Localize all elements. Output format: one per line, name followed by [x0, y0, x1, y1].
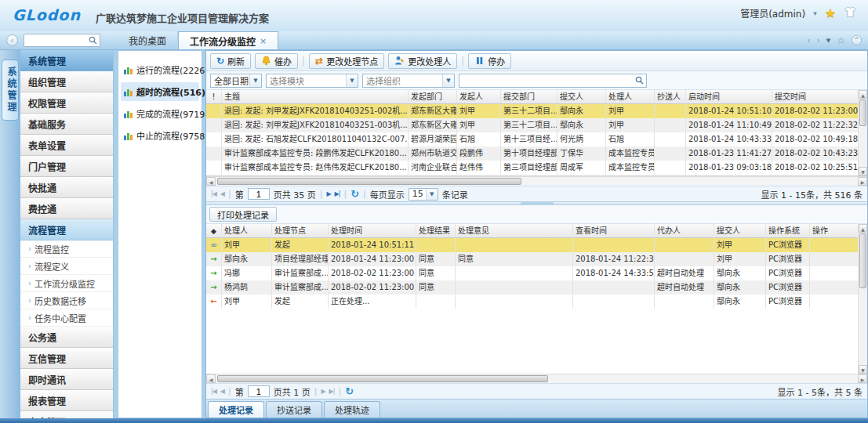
toolbar-button-催办[interactable]: 催办: [255, 53, 298, 69]
scroll-up-icon[interactable]: ▲: [859, 90, 867, 99]
sidebar-group-门户管理[interactable]: 门户管理: [20, 156, 113, 177]
column-header-发起部门[interactable]: 发起部门: [409, 90, 457, 104]
column-header-处理人[interactable]: 处理人: [606, 90, 655, 104]
next-page-icon[interactable]: ▶: [326, 190, 330, 197]
first-page-icon[interactable]: |◀: [211, 190, 216, 197]
table-row[interactable]: →鄢向永项目经理部经理2018-01-24 11:23:00同意同意2018-0…: [206, 252, 858, 266]
back-icon[interactable]: ‹: [6, 34, 18, 46]
scroll-down-icon[interactable]: ▼: [859, 167, 867, 175]
sidebar-item-工作流分级监控[interactable]: ›工作流分级监控: [20, 275, 113, 292]
workflow-grid-hscrollbar[interactable]: ◀ ▶: [206, 176, 867, 186]
scroll-right-icon[interactable]: ▶: [858, 374, 867, 383]
column-header-提交人[interactable]: 提交人: [557, 90, 606, 104]
sidebar-group-基础服务[interactable]: 基础服务: [20, 114, 113, 135]
toolbar-button-停办[interactable]: 停办: [468, 53, 511, 69]
search-icon[interactable]: [633, 76, 646, 85]
column-header-发起人[interactable]: 发起人: [457, 90, 501, 104]
column-header-代办人[interactable]: 代办人: [655, 224, 714, 238]
per-page-select[interactable]: 15 ▼: [409, 188, 438, 201]
close-tab-icon[interactable]: ×: [260, 36, 267, 46]
column-header-提交时间[interactable]: 提交时间: [772, 90, 858, 104]
sidebar-group-费控通[interactable]: 费控通: [20, 198, 113, 219]
sidebar-group-组织管理[interactable]: 组织管理: [20, 71, 113, 92]
sidebar-group-快批通[interactable]: 快批通: [20, 177, 113, 198]
column-header-处理节点[interactable]: 处理节点: [272, 224, 329, 238]
process-item-运行的流程(2226)[interactable]: 运行的流程(2226): [121, 60, 199, 79]
user-label[interactable]: 管理员(admin): [740, 6, 805, 20]
first-page-icon[interactable]: |◀: [211, 388, 216, 395]
column-header-处理结果[interactable]: 处理结果: [416, 224, 456, 238]
sidebar-item-任务中心配置[interactable]: ›任务中心配置: [20, 309, 113, 327]
table-row[interactable]: 退回: 发起: 刘甲发起JXFK201810403251-002机...郑东新区…: [206, 104, 858, 118]
sidebar-item-流程监控[interactable]: ›流程监控: [20, 240, 113, 258]
prev-page-icon[interactable]: ◀: [220, 190, 224, 197]
tab-我的桌面[interactable]: 我的桌面: [118, 31, 178, 49]
column-header-提交部门[interactable]: 提交部门: [501, 90, 557, 104]
keyword-search-input[interactable]: [459, 75, 633, 86]
process-item-超时的流程(516)[interactable]: 超时的流程(516): [121, 82, 199, 101]
scroll-down-icon[interactable]: ▼: [859, 365, 867, 374]
hscroll-thumb[interactable]: [217, 375, 548, 382]
sidebar-group-报表管理[interactable]: 报表管理: [20, 390, 113, 411]
next-page-icon[interactable]: ▶: [321, 388, 325, 395]
vertical-tab-system-management[interactable]: 系统管理: [2, 60, 19, 121]
column-header-操作[interactable]: 操作: [810, 224, 858, 238]
table-row[interactable]: 审计监察部成本监控专员: 段鹏伟发起CLFK20180...郑州市轨道交...段…: [206, 146, 858, 161]
theme-shirt-icon[interactable]: [844, 6, 857, 20]
toolbar-button-更改处理节点[interactable]: ⇄更改处理节点: [309, 53, 384, 69]
table-row[interactable]: →杨鸿鹄审计监察部成...2018-02-02 11:23:00同意超时自动处理…: [206, 280, 858, 295]
scroll-left-icon[interactable]: ◀: [206, 374, 216, 383]
toolbar-button-刷新[interactable]: ↻刷新: [210, 53, 251, 69]
column-header-启动时间[interactable]: 启动时间: [686, 90, 772, 104]
tab-工作流分级监控[interactable]: 工作流分级监控×: [178, 31, 278, 49]
record-tab-抄送记录[interactable]: 抄送记录: [266, 401, 322, 418]
page-number-input[interactable]: [248, 188, 270, 200]
favorite-outline-star-icon[interactable]: ☆: [837, 35, 845, 46]
scroll-right-icon[interactable]: ▶: [858, 177, 867, 186]
module-filter-select[interactable]: 选择模块 ▼: [266, 74, 358, 88]
scroll-left-icon[interactable]: ◀: [206, 177, 216, 186]
last-page-icon[interactable]: ▶|: [329, 388, 335, 395]
table-row[interactable]: 退回: 发起: 石旭发起CLFK2018011040132C-007...碧源月…: [206, 132, 858, 146]
user-dropdown-caret-icon[interactable]: ▾: [813, 9, 817, 17]
record-grid-vscrollbar[interactable]: ▲ ▼: [858, 224, 867, 374]
vscroll-thumb[interactable]: [859, 99, 866, 126]
priority-column-header[interactable]: ◆: [206, 224, 222, 238]
column-header-主题[interactable]: 主题: [222, 90, 409, 104]
sidebar-item-流程定义[interactable]: ›流程定义: [20, 258, 113, 275]
vscroll-thumb[interactable]: [859, 233, 866, 288]
tab-list-caret-icon[interactable]: ▼: [826, 38, 830, 44]
column-header-处理时间[interactable]: 处理时间: [329, 224, 416, 238]
scroll-tabs-right-icon[interactable]: ›: [817, 36, 820, 45]
sidebar-group-安全管理[interactable]: 安全管理: [20, 411, 113, 418]
prev-page-icon[interactable]: ◀: [220, 388, 224, 395]
sidebar-group-流程管理[interactable]: 流程管理: [20, 219, 113, 240]
search-icon[interactable]: [86, 36, 100, 45]
record-tab-处理轨迹[interactable]: 处理轨迹: [324, 401, 380, 418]
sidebar-group-即时通讯[interactable]: 即时通讯: [20, 369, 113, 390]
org-filter-select[interactable]: 选择组织 ▼: [362, 74, 455, 88]
workflow-grid-vscrollbar[interactable]: ▲ ▼: [858, 90, 867, 175]
table-row[interactable]: →冯娜审计监察部成...2018-02-02 11:23:00同意2018-01…: [206, 266, 858, 280]
scroll-tabs-left-icon[interactable]: ‹: [808, 36, 811, 45]
column-header-查看时间[interactable]: 查看时间: [573, 224, 655, 238]
process-item-完成的流程(97196)[interactable]: 完成的流程(97196): [121, 104, 199, 123]
last-page-icon[interactable]: ▶|: [335, 190, 340, 197]
column-header-处理人[interactable]: 处理人: [222, 224, 272, 238]
column-header-处理意见[interactable]: 处理意见: [456, 224, 573, 238]
splitter-handle[interactable]: [521, 202, 554, 204]
sidebar-group-系统管理[interactable]: 系统管理: [20, 50, 113, 71]
record-tab-处理记录[interactable]: 处理记录: [208, 401, 264, 418]
sidebar-group-公务通[interactable]: 公务通: [20, 327, 113, 348]
reload-grid-icon[interactable]: ↻: [350, 188, 359, 200]
sidebar-group-互信管理[interactable]: 互信管理: [20, 348, 113, 369]
column-header-抄送人[interactable]: 抄送人: [655, 90, 686, 104]
record-grid-hscrollbar[interactable]: ◀ ▶: [206, 374, 867, 383]
sidebar-group-表单设置[interactable]: 表单设置: [20, 135, 113, 156]
column-header-提交人[interactable]: 提交人: [714, 224, 766, 238]
menu-search-input[interactable]: [24, 35, 86, 45]
sidebar-item-历史数据迁移[interactable]: ›历史数据迁移: [20, 292, 113, 309]
hscroll-thumb[interactable]: [217, 178, 521, 185]
reload-grid-icon[interactable]: ↻: [345, 385, 354, 397]
sidebar-group-权限管理[interactable]: 权限管理: [20, 92, 113, 114]
